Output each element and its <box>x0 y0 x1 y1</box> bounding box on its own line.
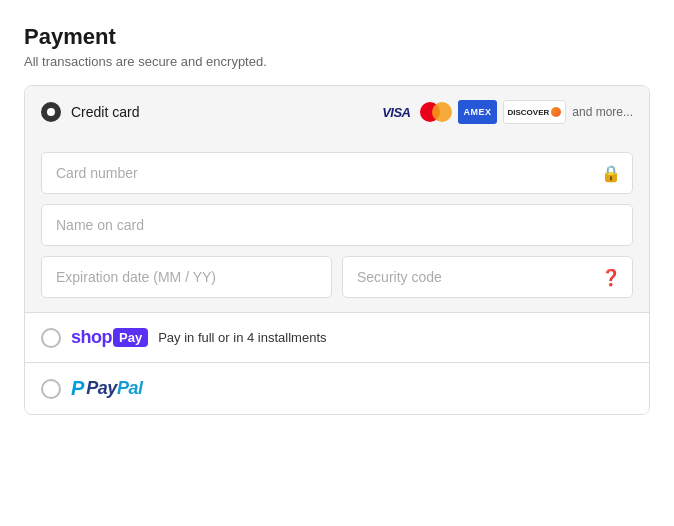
discover-icon: DISCOVER <box>503 100 567 124</box>
credit-card-radio[interactable] <box>41 102 61 122</box>
radio-inner <box>47 108 55 116</box>
shoppay-logo: shop Pay <box>71 327 148 348</box>
name-on-card-input[interactable] <box>41 204 633 246</box>
credit-card-label: Credit card <box>71 104 139 120</box>
discover-dot <box>551 107 561 117</box>
paypal-header[interactable]: P PayPal <box>25 363 649 414</box>
paypal-p-icon: P <box>71 377 84 400</box>
shoppay-tagline: Pay in full or in 4 installments <box>158 330 326 345</box>
page-subtitle: All transactions are secure and encrypte… <box>24 54 650 69</box>
page-title: Payment <box>24 24 650 50</box>
security-code-wrapper: ❓ <box>342 256 633 298</box>
expiration-date-input[interactable] <box>41 256 332 298</box>
payment-container: Credit card VISA AMEX DISCOVER and more.… <box>24 85 650 415</box>
visa-icon: VISA <box>378 100 414 124</box>
card-number-wrapper: 🔒 <box>41 152 633 194</box>
card-number-input[interactable] <box>41 152 633 194</box>
shoppay-text-shop: shop <box>71 327 112 348</box>
card-form: 🔒 ❓ <box>25 138 649 312</box>
card-icons: VISA AMEX DISCOVER and more... <box>378 100 633 124</box>
name-on-card-wrapper <box>41 204 633 246</box>
shoppay-badge: Pay <box>113 328 148 347</box>
credit-card-header[interactable]: Credit card VISA AMEX DISCOVER and more.… <box>25 86 649 138</box>
mastercard-icon <box>420 100 452 124</box>
paypal-logo: P PayPal <box>71 377 142 400</box>
paypal-radio[interactable] <box>41 379 61 399</box>
help-icon: ❓ <box>601 268 621 287</box>
expiration-date-wrapper <box>41 256 332 298</box>
amex-icon: AMEX <box>458 100 496 124</box>
shoppay-radio[interactable] <box>41 328 61 348</box>
paypal-option: P PayPal <box>25 363 649 414</box>
credit-card-option: Credit card VISA AMEX DISCOVER and more.… <box>25 86 649 313</box>
shoppay-option: shop Pay Pay in full or in 4 installment… <box>25 313 649 363</box>
and-more-text: and more... <box>572 105 633 119</box>
paypal-text: PayPal <box>86 378 142 399</box>
security-code-input[interactable] <box>342 256 633 298</box>
shoppay-header[interactable]: shop Pay Pay in full or in 4 installment… <box>25 313 649 362</box>
lock-icon: 🔒 <box>601 164 621 183</box>
card-bottom-row: ❓ <box>41 256 633 298</box>
credit-card-header-left: Credit card <box>41 102 139 122</box>
